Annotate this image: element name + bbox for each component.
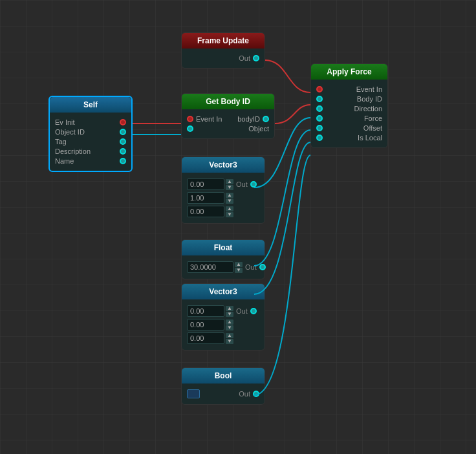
vector3-node-1: Vector3 ▲▼ Out ▲▼ ▲▼ bbox=[181, 157, 265, 224]
vector3-1-row3: ▲▼ bbox=[187, 206, 259, 217]
float-spin[interactable]: ▲▼ bbox=[235, 261, 243, 273]
vector3-2-x-spin[interactable]: ▲▼ bbox=[226, 305, 233, 317]
frame-out-port[interactable] bbox=[253, 55, 259, 61]
vector3-2-x-input[interactable] bbox=[187, 305, 224, 317]
frame-update-out-row: Out bbox=[187, 54, 259, 62]
bool-header: Bool bbox=[182, 368, 265, 384]
vector3-2-header: Vector3 bbox=[182, 284, 265, 299]
applyforce-direction-port[interactable] bbox=[316, 105, 323, 112]
getbodyid-event-row: Event In bodyID bbox=[187, 115, 269, 123]
vector3-2-row2: ▲▼ bbox=[187, 319, 259, 330]
conn-getbodyid-to-applyforce-bodyid bbox=[275, 105, 310, 124]
vector3-2-row3: ▲▼ bbox=[187, 332, 259, 344]
apply-force-node: Apply Force Event In Body ID Direction F… bbox=[310, 63, 388, 148]
applyforce-direction-row: Direction bbox=[316, 105, 382, 113]
applyforce-force-port[interactable] bbox=[316, 115, 323, 122]
getbodyid-bodyid-label: bodyID bbox=[237, 115, 260, 123]
vector3-1-z-spin[interactable]: ▲▼ bbox=[226, 206, 233, 217]
getbodyid-bodyid-port[interactable] bbox=[263, 116, 269, 122]
float-header: Float bbox=[182, 240, 265, 255]
frame-out-label: Out bbox=[239, 54, 250, 62]
frame-update-header: Frame Update bbox=[182, 33, 265, 49]
apply-force-header: Apply Force bbox=[311, 64, 387, 80]
applyforce-bodyid-row: Body ID bbox=[316, 95, 382, 103]
applyforce-offset-port[interactable] bbox=[316, 125, 323, 131]
self-tag-label: Tag bbox=[55, 138, 67, 146]
vector3-1-row1: ▲▼ Out bbox=[187, 178, 259, 190]
vector3-1-header: Vector3 bbox=[182, 157, 265, 173]
self-evinit-label: Ev Init bbox=[55, 118, 75, 126]
applyforce-force-row: Force bbox=[316, 114, 382, 122]
self-node: Self Ev Init Object ID Tag Description N… bbox=[49, 96, 133, 172]
vector3-2-y-spin[interactable]: ▲▼ bbox=[226, 319, 233, 330]
self-evinit-port[interactable] bbox=[120, 119, 126, 125]
applyforce-offset-label: Offset bbox=[363, 124, 382, 132]
frame-update-node: Frame Update Out bbox=[181, 32, 265, 69]
getbodyid-object-label: Object bbox=[248, 125, 269, 133]
self-tag-row: Tag bbox=[55, 138, 126, 146]
vector3-2-row1: ▲▼ Out bbox=[187, 305, 259, 317]
self-objectid-port[interactable] bbox=[120, 129, 126, 135]
getbodyid-object-row: Object bbox=[187, 125, 269, 133]
vector3-1-out-label: Out bbox=[236, 180, 248, 188]
float-out-port[interactable] bbox=[259, 264, 266, 270]
self-evinit-row: Ev Init bbox=[55, 118, 126, 126]
vector3-1-x-spin[interactable]: ▲▼ bbox=[226, 178, 233, 190]
vector3-1-y-input[interactable] bbox=[187, 192, 224, 204]
self-objectid-row: Object ID bbox=[55, 128, 126, 136]
vector3-1-out-port[interactable] bbox=[250, 181, 257, 188]
vector3-2-z-input[interactable] bbox=[187, 332, 224, 344]
vector3-2-z-spin[interactable]: ▲▼ bbox=[226, 332, 233, 344]
bool-out-port[interactable] bbox=[253, 391, 259, 397]
self-header: Self bbox=[50, 97, 131, 113]
vector3-1-x-input[interactable] bbox=[187, 178, 224, 190]
self-objectid-label: Object ID bbox=[55, 128, 85, 136]
self-name-row: Name bbox=[55, 157, 126, 165]
getbodyid-eventin-port[interactable] bbox=[187, 116, 193, 122]
applyforce-eventin-row: Event In bbox=[316, 85, 382, 93]
float-out-label: Out bbox=[245, 263, 257, 271]
bool-checkbox[interactable] bbox=[187, 389, 200, 398]
float-node: Float ▲▼ Out bbox=[181, 239, 265, 279]
vector3-1-z-input[interactable] bbox=[187, 206, 224, 217]
applyforce-eventin-label: Event In bbox=[356, 85, 382, 93]
float-row: ▲▼ Out bbox=[187, 261, 259, 273]
self-desc-port[interactable] bbox=[120, 148, 126, 155]
self-desc-row: Description bbox=[55, 147, 126, 155]
float-input[interactable] bbox=[187, 261, 233, 273]
getbodyid-object-port[interactable] bbox=[187, 125, 193, 132]
applyforce-force-label: Force bbox=[364, 114, 382, 122]
applyforce-eventin-port[interactable] bbox=[316, 86, 323, 92]
bool-out-label: Out bbox=[239, 390, 250, 398]
applyforce-direction-label: Direction bbox=[354, 105, 382, 113]
applyforce-bodyid-label: Body ID bbox=[357, 95, 382, 103]
vector3-1-row2: ▲▼ bbox=[187, 192, 259, 204]
bool-row: Out bbox=[187, 389, 259, 398]
vector3-1-y-spin[interactable]: ▲▼ bbox=[226, 192, 233, 204]
applyforce-islocal-label: Is Local bbox=[358, 134, 382, 142]
self-name-label: Name bbox=[55, 157, 74, 165]
getbodyid-eventin-label: Event In bbox=[196, 115, 222, 123]
get-body-id-node: Get Body ID Event In bodyID Object bbox=[181, 93, 275, 139]
applyforce-islocal-row: Is Local bbox=[316, 134, 382, 142]
vector3-2-out-port[interactable] bbox=[250, 308, 257, 314]
vector3-2-y-input[interactable] bbox=[187, 319, 224, 330]
applyforce-offset-row: Offset bbox=[316, 124, 382, 132]
self-tag-port[interactable] bbox=[120, 138, 126, 145]
get-body-id-header: Get Body ID bbox=[182, 94, 274, 109]
self-name-port[interactable] bbox=[120, 158, 126, 164]
conn-frame-to-applyforce bbox=[265, 60, 310, 92]
bool-node: Bool Out bbox=[181, 367, 265, 405]
vector3-2-out-label: Out bbox=[236, 307, 248, 315]
applyforce-bodyid-port[interactable] bbox=[316, 96, 323, 102]
applyforce-islocal-port[interactable] bbox=[316, 135, 323, 141]
vector3-node-2: Vector3 ▲▼ Out ▲▼ ▲▼ bbox=[181, 283, 265, 351]
self-desc-label: Description bbox=[55, 147, 91, 155]
